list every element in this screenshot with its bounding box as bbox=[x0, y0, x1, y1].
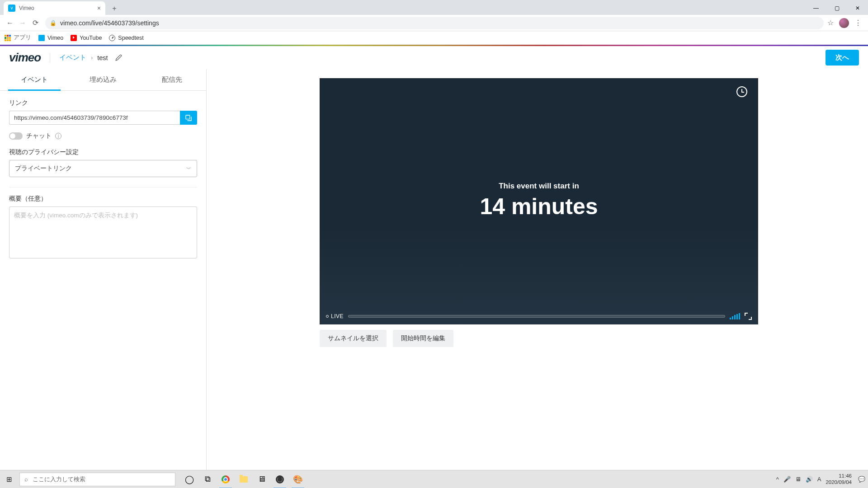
taskbar-apps: ◯ ⧉ 🖥 🎨 bbox=[182, 470, 306, 488]
vimeo-header: vimeo イベント › test 次へ bbox=[0, 46, 868, 69]
player-control-bar: LIVE bbox=[320, 308, 758, 324]
reload-button[interactable]: ⟳ bbox=[29, 17, 42, 29]
link-row bbox=[9, 111, 197, 125]
explorer-taskbar-icon[interactable] bbox=[236, 470, 251, 488]
taskview-icon[interactable]: ⧉ bbox=[200, 470, 215, 488]
close-window-button[interactable]: ✕ bbox=[847, 1, 868, 15]
apps-shortcut[interactable]: アプリ bbox=[5, 34, 31, 42]
next-button[interactable]: 次へ bbox=[826, 50, 859, 66]
new-tab-button[interactable]: + bbox=[108, 2, 121, 15]
start-button[interactable]: ⊞ bbox=[0, 470, 18, 488]
description-label: 概要（任意） bbox=[9, 195, 197, 203]
clock-icon bbox=[736, 86, 747, 97]
bookmark-vimeo[interactable]: Vimeo bbox=[38, 35, 63, 41]
chat-row: チャット i bbox=[9, 132, 197, 140]
breadcrumb-root[interactable]: イベント bbox=[59, 53, 86, 62]
bookmark-speedtest[interactable]: Speedtest bbox=[109, 35, 143, 41]
signal-icon bbox=[730, 313, 740, 319]
live-dot-icon bbox=[326, 315, 329, 318]
minimize-button[interactable]: — bbox=[806, 1, 826, 15]
volume-icon[interactable]: 🔊 bbox=[806, 476, 813, 483]
description-textarea[interactable] bbox=[9, 206, 197, 258]
settings-tabs: イベント 埋め込み 配信先 bbox=[0, 69, 206, 91]
settings-sidebar: イベント 埋め込み 配信先 リンク チャット i 視聴のプライバシー設定 プライ… bbox=[0, 69, 207, 470]
video-player[interactable]: This event will start in 14 minutes LIVE bbox=[320, 78, 758, 324]
tab-event[interactable]: イベント bbox=[0, 69, 69, 90]
paint-taskbar-icon[interactable]: 🎨 bbox=[290, 470, 306, 488]
vimeo-logo[interactable]: vimeo bbox=[9, 51, 41, 65]
chrome-tab-strip: v Vimeo × + — ▢ ✕ bbox=[0, 0, 868, 15]
app-taskbar-icon[interactable]: 🖥 bbox=[254, 470, 269, 488]
main-layout: イベント 埋め込み 配信先 リンク チャット i 視聴のプライバシー設定 プライ… bbox=[0, 69, 868, 470]
ime-indicator[interactable]: A bbox=[817, 476, 821, 483]
chat-label: チャット bbox=[26, 132, 52, 140]
address-bar-row: ← → ⟳ 🔒 vimeo.com/live/454603739/setting… bbox=[0, 15, 868, 31]
vimeo-icon bbox=[38, 35, 45, 41]
window-controls: — ▢ ✕ bbox=[806, 1, 868, 15]
link-input[interactable] bbox=[9, 111, 180, 125]
privacy-label: 視聴のプライバシー設定 bbox=[9, 148, 197, 156]
tray-date: 2020/09/04 bbox=[826, 479, 852, 486]
display-icon[interactable]: 🖥 bbox=[795, 476, 801, 483]
link-label: リンク bbox=[9, 99, 197, 107]
address-bar[interactable]: 🔒 vimeo.com/live/454603739/settings bbox=[45, 17, 824, 29]
privacy-select[interactable]: プライベートリンク ﹀ bbox=[9, 160, 197, 177]
live-label: LIVE bbox=[331, 313, 344, 319]
bookmark-label: YouTube bbox=[80, 35, 102, 41]
cortana-icon[interactable]: ◯ bbox=[182, 470, 197, 488]
tab-title: Vimeo bbox=[19, 5, 34, 11]
browser-tab[interactable]: v Vimeo × bbox=[4, 1, 105, 15]
breadcrumb-current: test bbox=[97, 54, 108, 61]
search-placeholder: ここに入力して検索 bbox=[33, 475, 85, 483]
countdown: This event will start in 14 minutes bbox=[320, 182, 758, 220]
bookmark-star-icon[interactable]: ☆ bbox=[827, 19, 834, 27]
player-buttons-row: サムネイルを選択 開始時間を編集 bbox=[320, 330, 868, 347]
close-tab-icon[interactable]: × bbox=[97, 5, 101, 12]
svg-rect-0 bbox=[186, 115, 190, 119]
bookmark-label: Speedtest bbox=[118, 35, 143, 41]
microphone-icon[interactable]: 🎤 bbox=[783, 476, 791, 483]
edit-icon[interactable] bbox=[114, 53, 123, 62]
speedtest-icon bbox=[109, 35, 115, 41]
obs-taskbar-icon[interactable] bbox=[272, 470, 288, 488]
tray-chevron-icon[interactable]: ^ bbox=[776, 476, 779, 483]
progress-bar[interactable] bbox=[348, 315, 725, 318]
chevron-right-icon: › bbox=[91, 55, 93, 61]
url-text: vimeo.com/live/454603739/settings bbox=[60, 19, 159, 27]
back-button[interactable]: ← bbox=[4, 17, 16, 29]
tab-embed[interactable]: 埋め込み bbox=[69, 69, 137, 90]
bookmark-youtube[interactable]: YouTube bbox=[71, 35, 102, 41]
chrome-taskbar-icon[interactable] bbox=[218, 470, 233, 488]
system-tray: ^ 🎤 🖥 🔊 A 11:46 2020/09/04 💬 bbox=[776, 473, 868, 486]
countdown-time: 14 minutes bbox=[320, 193, 758, 220]
bookmark-label: Vimeo bbox=[47, 35, 63, 41]
windows-taskbar: ⊞ ⌕ ここに入力して検索 ◯ ⧉ 🖥 🎨 ^ 🎤 🖥 🔊 A 11:46 20… bbox=[0, 470, 868, 488]
copy-link-button[interactable] bbox=[180, 111, 197, 125]
youtube-icon bbox=[71, 35, 77, 41]
content-area: This event will start in 14 minutes LIVE… bbox=[207, 69, 868, 470]
settings-panel: リンク チャット i 視聴のプライバシー設定 プライベートリンク ﹀ 概要（任意… bbox=[0, 91, 206, 268]
info-icon[interactable]: i bbox=[55, 133, 61, 139]
forward-button[interactable]: → bbox=[16, 17, 29, 29]
profile-avatar[interactable] bbox=[839, 18, 849, 28]
chevron-down-icon: ﹀ bbox=[186, 165, 191, 172]
chat-toggle[interactable] bbox=[9, 132, 23, 140]
tray-time: 11:46 bbox=[826, 473, 852, 479]
tray-clock[interactable]: 11:46 2020/09/04 bbox=[826, 473, 854, 486]
divider bbox=[50, 53, 50, 63]
tab-destinations[interactable]: 配信先 bbox=[137, 69, 206, 90]
select-thumbnail-button[interactable]: サムネイルを選択 bbox=[320, 330, 387, 347]
lock-icon: 🔒 bbox=[50, 20, 57, 26]
bookmarks-bar: アプリ Vimeo YouTube Speedtest bbox=[0, 31, 868, 45]
apps-grid-icon bbox=[5, 35, 11, 41]
notifications-icon[interactable]: 💬 bbox=[858, 476, 865, 483]
maximize-button[interactable]: ▢ bbox=[826, 1, 847, 15]
fullscreen-icon[interactable] bbox=[745, 313, 752, 320]
edit-starttime-button[interactable]: 開始時間を編集 bbox=[393, 330, 453, 347]
breadcrumb: イベント › test bbox=[59, 53, 123, 62]
apps-label: アプリ bbox=[14, 34, 31, 42]
search-icon: ⌕ bbox=[24, 476, 28, 483]
taskbar-search[interactable]: ⌕ ここに入力して検索 bbox=[19, 473, 175, 486]
privacy-value: プライベートリンク bbox=[15, 164, 72, 173]
chrome-menu-icon[interactable]: ⋮ bbox=[854, 19, 862, 27]
